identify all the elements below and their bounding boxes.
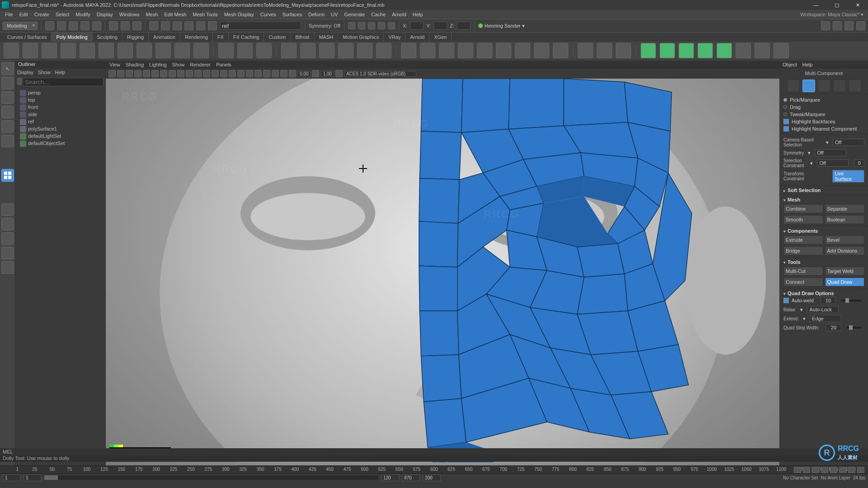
- shelf-tab[interactable]: Rendering: [180, 33, 213, 42]
- outliner-item[interactable]: polySurface1: [17, 125, 105, 132]
- poly-display-icon[interactable]: [698, 43, 713, 58]
- object-mode-icon[interactable]: [787, 80, 800, 92]
- save-scene-icon[interactable]: [69, 21, 78, 30]
- filter-icon[interactable]: [17, 78, 22, 85]
- poly-cylinder-icon[interactable]: [42, 43, 57, 58]
- outliner-menu[interactable]: Display: [17, 70, 33, 76]
- separate-icon[interactable]: [300, 43, 316, 58]
- layout-persp-icon[interactable]: [1, 261, 14, 274]
- superellipse-icon[interactable]: [156, 43, 171, 58]
- poly-cone-icon[interactable]: [61, 43, 76, 58]
- target-weld-button[interactable]: Target Weld: [825, 267, 865, 276]
- radio-drag[interactable]: Drag: [783, 103, 864, 111]
- menu-item[interactable]: Generate: [341, 10, 368, 19]
- vp-icon[interactable]: [186, 70, 193, 77]
- account-chip[interactable]: Henning Sander ▾: [478, 23, 525, 29]
- move-tool-icon[interactable]: [1, 91, 14, 104]
- outliner-item[interactable]: defaultObjectSet: [17, 140, 105, 147]
- autoweld-checkbox[interactable]: [783, 298, 789, 303]
- poly-sphere-icon[interactable]: [4, 43, 19, 58]
- poly-cube-icon[interactable]: [23, 43, 38, 58]
- viewport-menu[interactable]: Show: [172, 62, 185, 67]
- shelf-tab[interactable]: Arnold: [406, 33, 429, 42]
- symmetry-dropdown[interactable]: Off: [815, 149, 846, 156]
- command-line[interactable]: MEL: [0, 448, 868, 455]
- autoweld-value[interactable]: 10: [821, 297, 836, 304]
- toggle-panel-icon[interactable]: [856, 21, 865, 30]
- type-icon[interactable]: [175, 43, 190, 58]
- snap-grid-icon[interactable]: [149, 21, 158, 30]
- menu-item[interactable]: Mesh: [142, 10, 161, 19]
- radio-pick[interactable]: Pick/Marquee: [783, 96, 864, 103]
- character-set-dropdown[interactable]: No Character Set: [783, 475, 818, 480]
- select-tool-icon[interactable]: ↖: [1, 62, 14, 75]
- menu-item[interactable]: Create: [31, 10, 52, 19]
- target-weld-icon[interactable]: [553, 43, 568, 58]
- menu-set-dropdown[interactable]: Modeling: [3, 22, 38, 30]
- last-tool-icon[interactable]: [1, 169, 14, 182]
- smooth-button[interactable]: Smooth: [783, 215, 823, 224]
- playback-icon[interactable]: [388, 22, 395, 29]
- range-max[interactable]: 870: [402, 474, 420, 481]
- shelf-tab[interactable]: Custom: [264, 33, 291, 42]
- check-nearest[interactable]: Highlight Nearest Component: [783, 125, 864, 132]
- playback-icon[interactable]: [348, 22, 355, 29]
- go-end-icon[interactable]: [857, 467, 864, 473]
- colorspace-dropdown[interactable]: ACES 1.0 SDR-video (sRGB): [344, 71, 416, 77]
- playback-icon[interactable]: [358, 22, 365, 29]
- viewport-menu[interactable]: Panels: [216, 62, 231, 67]
- vp-icon[interactable]: [263, 70, 270, 77]
- next-key-icon[interactable]: [839, 467, 846, 473]
- vp-icon[interactable]: [246, 70, 253, 77]
- merge-icon[interactable]: [534, 43, 549, 58]
- tools-header[interactable]: Tools: [788, 259, 801, 265]
- extend-dropdown[interactable]: Edge: [810, 315, 841, 322]
- vp-icon[interactable]: [312, 70, 319, 77]
- fill-hole-icon[interactable]: [458, 43, 473, 58]
- menu-item[interactable]: Windows: [116, 10, 143, 19]
- axis-x-field[interactable]: [410, 22, 424, 30]
- menu-item[interactable]: Mesh Display: [221, 10, 257, 19]
- anim-layer-dropdown[interactable]: No Anim Layer: [821, 475, 850, 480]
- step-fwd-icon[interactable]: [848, 467, 855, 473]
- opacity-field[interactable]: 0.00: [297, 71, 311, 77]
- shelf-tab[interactable]: Animation: [149, 33, 180, 42]
- insert-edge-icon[interactable]: [597, 43, 612, 58]
- multicut-icon[interactable]: [578, 43, 593, 58]
- outliner-item[interactable]: defaultLightSet: [17, 132, 105, 140]
- undo-icon[interactable]: [80, 21, 90, 30]
- outliner-item[interactable]: persp: [17, 89, 105, 96]
- radio-tweak[interactable]: Tweak/Marquee: [783, 111, 864, 118]
- vp-icon[interactable]: [280, 70, 288, 77]
- vp-icon[interactable]: [289, 70, 296, 77]
- strip-width-value[interactable]: 20: [826, 324, 841, 331]
- vp-icon[interactable]: [212, 70, 219, 77]
- uv-mode-icon[interactable]: [849, 80, 861, 92]
- poly-plane-icon[interactable]: [99, 43, 114, 58]
- viewport-menu[interactable]: Renderer: [190, 62, 211, 67]
- components-header[interactable]: Components: [788, 228, 818, 234]
- shelf-tab[interactable]: XGen: [429, 33, 452, 42]
- start-frame[interactable]: 1: [3, 474, 21, 481]
- bevel-button[interactable]: Bevel: [825, 235, 865, 244]
- edge-mode-icon[interactable]: [818, 80, 830, 92]
- axis-z-field[interactable]: [457, 22, 471, 30]
- shelf-tab[interactable]: VRay: [384, 33, 406, 42]
- multicut-button[interactable]: Multi-Cut: [783, 267, 823, 276]
- menu-item[interactable]: Curves: [257, 10, 279, 19]
- poly-display-icon[interactable]: [717, 43, 732, 58]
- outliner-menu[interactable]: Help: [55, 70, 66, 76]
- collapse-icon[interactable]: [496, 43, 511, 58]
- shelf-tab[interactable]: FX: [213, 33, 229, 42]
- viewport-menu[interactable]: Lighting: [149, 62, 167, 67]
- workspace-label[interactable]: Workspace: Maya Classic* ▾: [800, 12, 863, 18]
- snap-point-icon[interactable]: [173, 21, 182, 30]
- extrude-button[interactable]: Extrude: [783, 235, 823, 244]
- face-mode-icon[interactable]: [833, 80, 846, 92]
- outliner-item[interactable]: front: [17, 103, 105, 111]
- toggle-panel-icon[interactable]: [844, 21, 854, 30]
- sculpt-icon[interactable]: [736, 43, 751, 58]
- range-end[interactable]: 120: [381, 474, 399, 481]
- poly-display-icon[interactable]: [660, 43, 675, 58]
- menu-item[interactable]: Mesh Tools: [189, 10, 221, 19]
